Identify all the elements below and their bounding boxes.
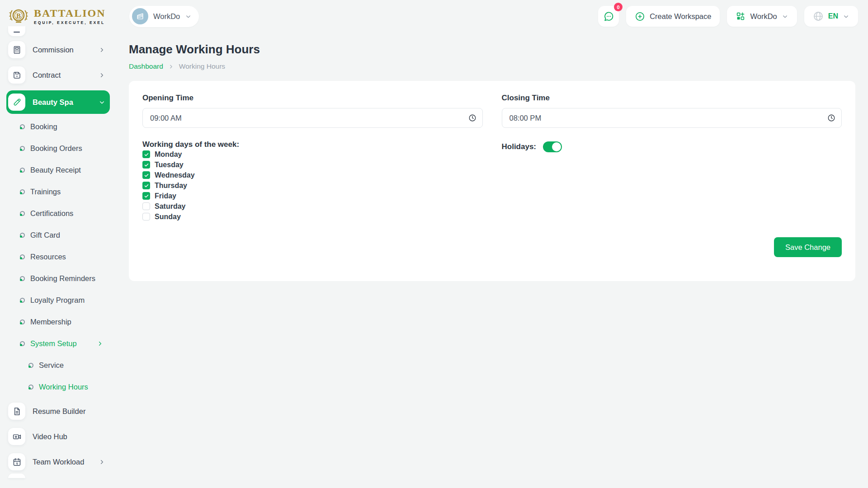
bullet-icon <box>20 146 25 151</box>
sidebar-item-label: Membership <box>30 318 71 326</box>
sidebar-item-label: Loyalty Program <box>30 296 85 305</box>
day-checkbox-tuesday[interactable]: Tuesday <box>142 160 483 170</box>
chevron-right-icon <box>99 47 105 53</box>
video-camera-icon <box>8 428 25 445</box>
closing-time-input[interactable] <box>502 108 842 128</box>
day-checkbox-friday[interactable]: Friday <box>142 191 483 201</box>
save-change-button[interactable]: Save Change <box>774 237 842 257</box>
sidebar-item-label: Working Hours <box>39 383 88 391</box>
day-checkbox-sunday[interactable]: Sunday <box>142 211 483 222</box>
opening-time-label: Opening Time <box>142 94 483 103</box>
bullet-icon <box>20 211 25 216</box>
chevron-right-icon <box>99 459 105 465</box>
checkbox-checked-icon[interactable] <box>142 161 150 169</box>
sidebar-item-beauty-receipt[interactable]: Beauty Receipt <box>6 159 110 181</box>
sidebar-item-gift-card[interactable]: Gift Card <box>6 224 110 246</box>
breadcrumb-dashboard-link[interactable]: Dashboard <box>129 62 163 70</box>
document-icon <box>8 403 25 420</box>
bullet-icon <box>20 298 25 303</box>
working-days-label: Working days of the week: <box>142 140 483 149</box>
bullet-icon <box>28 385 33 389</box>
sidebar-item-working-hours[interactable]: Working Hours <box>6 376 110 398</box>
day-checkbox-monday[interactable]: Monday <box>142 149 483 160</box>
holidays-label: Holidays: <box>502 142 537 151</box>
workspace-selector[interactable]: WorkDo <box>129 6 199 27</box>
sidebar-item-label: Team Workload <box>33 458 84 466</box>
workdo-menu-button[interactable]: WorkDo <box>727 6 797 27</box>
sidebar-item-loyalty-program[interactable]: Loyalty Program <box>6 289 110 311</box>
sidebar-item-label: Contract <box>33 71 61 80</box>
paintbrush-icon <box>8 94 25 111</box>
sidebar-item-label: Beauty Spa <box>33 98 73 107</box>
bullet-icon <box>20 341 25 346</box>
sidebar-item-resources[interactable]: Resources <box>6 246 110 267</box>
sidebar-item-commission[interactable]: Commission <box>6 38 110 61</box>
sidebar: Commission Contract Beauty Spa <box>0 26 116 478</box>
day-checkbox-wednesday[interactable]: Wednesday <box>142 170 483 180</box>
sidebar-item-video-hub[interactable]: Video Hub <box>6 425 110 448</box>
chevron-down-icon <box>99 99 105 106</box>
sidebar-item-booking-reminders[interactable]: Booking Reminders <box>6 267 110 289</box>
main-content: Manage Working Hours Dashboard Working H… <box>116 33 868 488</box>
sidebar-item-membership[interactable]: Membership <box>6 311 110 333</box>
sidebar-item-label: Beauty Receipt <box>30 166 81 174</box>
opening-time-input[interactable] <box>142 108 483 128</box>
checkbox-checked-icon[interactable] <box>142 182 150 189</box>
day-checkbox-saturday[interactable]: Saturday <box>142 201 483 211</box>
calculator-icon <box>8 41 25 58</box>
globe-icon <box>813 11 824 22</box>
bullet-icon <box>20 233 25 238</box>
create-workspace-button[interactable]: Create Workspace <box>626 6 720 27</box>
language-selector[interactable]: EN <box>804 6 858 27</box>
clock-icon[interactable] <box>827 114 835 122</box>
sidebar-item-booking-orders[interactable]: Booking Orders <box>6 137 110 159</box>
sidebar-item-label: Service <box>39 361 64 370</box>
sidebar-item-service[interactable]: Service <box>6 354 110 376</box>
workspace-avatar <box>132 8 148 24</box>
day-checkbox-thursday[interactable]: Thursday <box>142 180 483 191</box>
bullet-icon <box>28 363 33 368</box>
grid-plus-icon <box>736 11 745 21</box>
sidebar-item-resume-builder[interactable]: Resume Builder <box>6 399 110 423</box>
sidebar-item-label: Booking <box>30 122 57 131</box>
clipped-sidebar-icon <box>8 26 25 36</box>
sidebar-item-label: Booking Reminders <box>30 274 95 283</box>
page-title: Manage Working Hours <box>129 42 855 56</box>
checkbox-checked-icon[interactable] <box>142 192 150 200</box>
chat-bubble-icon <box>603 11 614 22</box>
checkbox-checked-icon[interactable] <box>142 150 150 158</box>
working-hours-card: Opening Time Working days of the week: M… <box>129 81 855 281</box>
sidebar-item-label: Resources <box>30 253 66 261</box>
sidebar-item-booking[interactable]: Booking <box>6 116 110 137</box>
sidebar-item-beauty-spa[interactable]: Beauty Spa <box>6 90 110 114</box>
sidebar-item-label: System Setup <box>30 339 77 348</box>
sidebar-item-label: Trainings <box>30 188 61 196</box>
messages-button[interactable]: 0 <box>598 6 619 27</box>
logo-emblem-icon: B <box>7 5 30 28</box>
holidays-toggle[interactable] <box>543 141 562 152</box>
app-logo: B BATTALION EQUIP, EXECUTE, EXEL <box>7 5 111 28</box>
sidebar-item-label: Gift Card <box>30 231 60 239</box>
plus-circle-icon <box>635 11 645 22</box>
logo-title: BATTALION <box>34 8 105 19</box>
sidebar-item-label: Commission <box>33 46 74 54</box>
sidebar-item-certifications[interactable]: Certifications <box>6 202 110 224</box>
save-file-icon <box>8 66 25 84</box>
chevron-right-icon <box>97 340 104 347</box>
chevron-right-icon <box>99 72 105 79</box>
sidebar-item-system-setup[interactable]: System Setup <box>6 333 110 354</box>
bullet-icon <box>20 168 25 173</box>
chevron-down-icon <box>185 13 192 20</box>
clipped-sidebar-icon <box>8 474 25 478</box>
chevron-down-icon <box>843 13 849 20</box>
sidebar-item-team-workload[interactable]: Team Workload <box>6 450 110 474</box>
sidebar-item-trainings[interactable]: Trainings <box>6 181 110 202</box>
messages-count-badge: 0 <box>614 3 623 11</box>
checkbox-unchecked-icon[interactable] <box>142 213 150 221</box>
checkbox-checked-icon[interactable] <box>142 171 150 179</box>
clock-icon[interactable] <box>468 114 476 122</box>
checkbox-unchecked-icon[interactable] <box>142 202 150 210</box>
chevron-right-icon <box>168 64 174 70</box>
sidebar-item-contract[interactable]: Contract <box>6 63 110 87</box>
bullet-icon <box>20 254 25 259</box>
